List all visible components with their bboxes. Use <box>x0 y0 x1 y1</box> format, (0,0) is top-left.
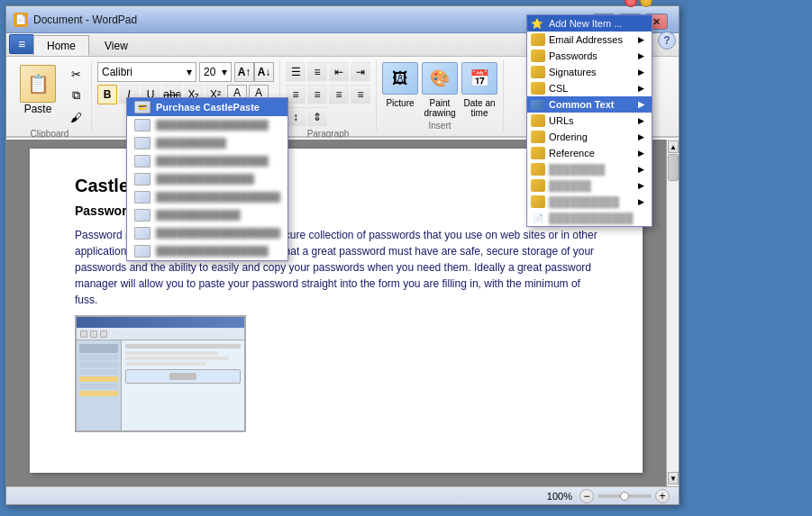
submenu-text-6: ████████████████████ <box>156 192 280 203</box>
help-button[interactable]: ? <box>658 32 676 50</box>
submenu-item-2[interactable]: ████████████████ <box>127 116 287 134</box>
align-left-button[interactable]: ≡ <box>286 85 306 104</box>
line-spacing-button[interactable]: ↕ <box>286 107 306 127</box>
paste-button[interactable]: 📋 Paste <box>14 62 62 118</box>
submenu-icon-6 <box>134 191 151 204</box>
align-center-button[interactable]: ≡ <box>307 85 327 104</box>
castlepaste-window-buttons <box>625 0 652 7</box>
submenu-item-4[interactable]: ████████████████ <box>127 152 287 170</box>
menu-item-ordering[interactable]: Ordering ▶ <box>527 129 652 145</box>
signatures-arrow: ▶ <box>638 68 644 77</box>
doc-screenshot-image <box>75 315 246 432</box>
insert-paint-label: Paintdrawing <box>424 98 455 118</box>
urls-arrow: ▶ <box>638 116 644 125</box>
screenshot-tab3 <box>100 330 107 338</box>
paragraph-group: ☰ ≡ ⇤ ⇥ ≡ ≡ ≡ ≡ ↕ ⇕ <box>280 60 377 132</box>
submenu-text-9: ████████████████ <box>156 246 269 257</box>
reference-arrow: ▶ <box>638 149 644 158</box>
menu-item-signatures[interactable]: Signatures ▶ <box>527 64 652 80</box>
email-folder-icon <box>531 33 545 46</box>
align-right-button[interactable]: ≡ <box>329 85 349 104</box>
app-icon: 📄 <box>14 13 28 27</box>
font-name-chevron: ▾ <box>187 66 192 78</box>
menu-item-email[interactable]: Email Addresses ▶ <box>527 32 652 48</box>
statusbar: 100% − + <box>6 486 679 504</box>
font-grow-button[interactable]: A↑ <box>234 62 254 82</box>
font-size-buttons: A↑ A↓ <box>234 62 274 82</box>
decrease-indent-button[interactable]: ⇤ <box>329 62 349 82</box>
increase-indent-button[interactable]: ⇥ <box>351 62 370 82</box>
menu-item-blurred3[interactable]: ██████████ ▶ <box>527 194 652 210</box>
tab-view[interactable]: View <box>91 35 141 55</box>
insert-datetime-label: Date antime <box>463 98 495 118</box>
bullet-list-button[interactable]: ☰ <box>286 62 306 82</box>
font-name-dropdown[interactable]: Calibri ▾ <box>97 62 196 82</box>
spacing-buttons: ↕ ⇕ <box>286 107 370 127</box>
tab-home[interactable]: Home <box>33 35 89 56</box>
font-size-chevron: ▾ <box>222 66 227 78</box>
cp-minimize-button[interactable] <box>640 0 652 7</box>
screenshot-body <box>77 340 244 430</box>
passwords-folder-icon <box>531 50 545 62</box>
ordering-arrow: ▶ <box>638 132 644 141</box>
submenu-text-5: ██████████████ <box>156 174 254 185</box>
screenshot-sidebar <box>77 340 122 430</box>
align-justify-button[interactable]: ≡ <box>351 85 370 104</box>
paragraph-spacing-button[interactable]: ⇕ <box>307 107 327 127</box>
reference-folder-icon <box>531 147 545 159</box>
insert-datetime-button[interactable]: 📅 <box>461 62 497 95</box>
insert-group-content: 🖼 Picture 🎨 Paintdrawing 📅 Date antime <box>382 62 497 119</box>
insert-paint-button[interactable]: 🎨 <box>422 62 458 95</box>
menu-item-blurred2[interactable]: ██████ ▶ <box>527 177 652 194</box>
screenshot-content <box>77 317 244 430</box>
zoom-slider[interactable] <box>598 494 652 498</box>
menu-item-csl[interactable]: CSL ▶ <box>527 80 652 96</box>
screenshot-tab1 <box>80 330 87 338</box>
submenu-text-2: ████████████████ <box>156 120 269 131</box>
app-menu-button[interactable]: ≡ <box>9 34 34 54</box>
insert-datetime: 📅 Date antime <box>461 62 497 118</box>
bold-button[interactable]: B <box>97 85 117 104</box>
castlepaste-dropdown: ⭐ Add New Item ... Email Addresses ▶ Pas… <box>526 13 652 227</box>
passwords-arrow: ▶ <box>638 51 644 60</box>
paragraph-controls: ☰ ≡ ⇤ ⇥ ≡ ≡ ≡ ≡ ↕ ⇕ <box>286 62 370 127</box>
submenu-item-3[interactable]: ██████████ <box>127 134 287 152</box>
ordering-folder-icon <box>531 131 545 143</box>
menu-item-urls[interactable]: URLs ▶ <box>527 113 652 129</box>
submenu-icon-9 <box>134 245 151 258</box>
font-shrink-button[interactable]: A↓ <box>254 62 274 82</box>
numbered-list-button[interactable]: ≡ <box>307 62 327 82</box>
scroll-down-button[interactable]: ▼ <box>668 472 679 484</box>
submenu-item-6[interactable]: ████████████████████ <box>127 188 287 206</box>
vertical-scrollbar[interactable]: ▲ ▼ <box>666 140 679 486</box>
format-painter-button[interactable]: 🖌 <box>66 107 86 127</box>
menu-item-blurred1[interactable]: ████████ ▶ <box>527 161 652 177</box>
clipboard-group-content: 📋 Paste ✂ ⧉ 🖌 <box>14 62 86 127</box>
copy-button[interactable]: ⧉ <box>66 86 86 105</box>
submenu-item-9[interactable]: ████████████████ <box>127 242 287 260</box>
font-size-dropdown[interactable]: 20 ▾ <box>199 62 232 82</box>
submenu-item-8[interactable]: ██████████████████ <box>127 224 287 242</box>
scroll-thumb[interactable] <box>668 154 679 181</box>
purchase-label: Purchase CastlePaste <box>156 102 260 113</box>
zoom-slider-thumb[interactable] <box>620 492 629 501</box>
menu-item-add-new[interactable]: ⭐ Add New Item ... <box>527 15 652 32</box>
submenu-item-7[interactable]: ████████████ <box>127 206 287 224</box>
screenshot-tab2 <box>90 330 97 338</box>
submenu-item-5[interactable]: ██████████████ <box>127 170 287 188</box>
paste-label: Paste <box>24 103 52 115</box>
email-label: Email Addresses <box>549 34 623 45</box>
menu-item-blurred4[interactable]: 📄 ████████████ <box>527 210 652 226</box>
zoom-in-button[interactable]: + <box>655 489 670 503</box>
insert-picture-button[interactable]: 🖼 <box>382 62 418 95</box>
menu-item-reference[interactable]: Reference ▶ <box>527 145 652 161</box>
cut-button[interactable]: ✂ <box>66 64 86 84</box>
scroll-up-button[interactable]: ▲ <box>668 140 679 153</box>
common-text-folder-icon <box>531 100 543 110</box>
submenu-item-purchase[interactable]: 💳 Purchase CastlePaste <box>127 98 287 116</box>
menu-item-common-text[interactable]: Common Text ▶ <box>527 96 652 113</box>
menu-item-passwords[interactable]: Passwords ▶ <box>527 48 652 64</box>
add-new-label: Add New Item ... <box>549 18 622 29</box>
cp-close-button[interactable] <box>625 0 637 7</box>
zoom-out-button[interactable]: − <box>579 489 594 503</box>
